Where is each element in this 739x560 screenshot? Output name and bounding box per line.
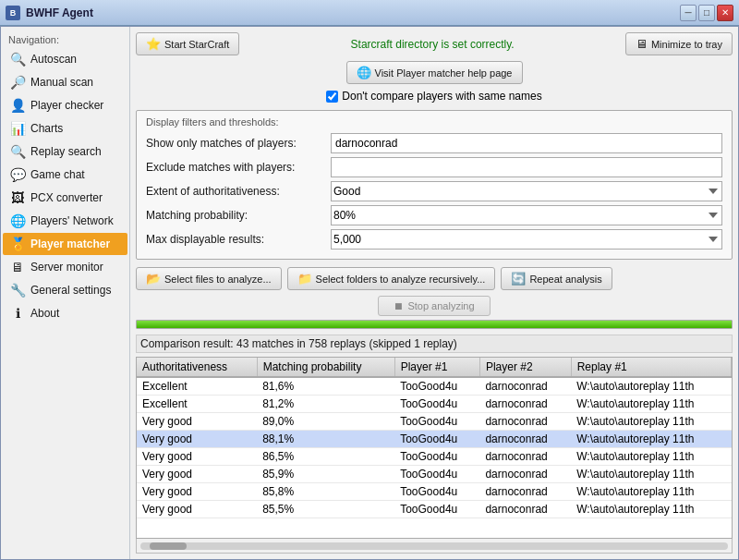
sidebar-item-manual-scan[interactable]: 🔎Manual scan [3,71,127,93]
cell-0-0: Excellent [137,377,257,396]
replay-search-icon: 🔍 [10,144,25,159]
sidebar-item-autoscan[interactable]: 🔍Autoscan [3,48,127,70]
sidebar-item-label: Players' Network [30,214,114,227]
sidebar-item-replay-search[interactable]: 🔍Replay search [3,140,127,163]
select-folders-button[interactable]: 📁 Select folders to analyze recursively.… [287,267,496,290]
hscroll-bar[interactable] [140,542,728,550]
cell-5-3: darnoconrad [479,466,571,483]
select-folders-label: Select folders to analyze recursively... [316,274,486,285]
cell-4-3: darnoconrad [479,448,571,466]
content-area: ⭐ Start StarCraft Starcraft directory is… [130,27,738,559]
cell-6-4: W:\auto\autoreplay 11th [571,483,731,501]
cell-2-1: 89,0% [257,413,394,431]
cell-6-0: Very good [137,483,257,501]
select-files-label: Select files to analyze... [164,274,272,285]
col-header-3: Player #2 [479,358,571,377]
visit-help-label: Visit Player matcher help page [375,67,513,79]
sidebar-item-label: Manual scan [30,76,93,89]
hscroll-row [136,539,733,554]
sidebar-item-general-settings[interactable]: 🔧General settings [3,279,127,301]
results-header: Comparison result: 43 matches in 758 rep… [136,335,733,353]
cell-6-3: darnoconrad [479,483,571,501]
sidebar-item-label: Server monitor [30,261,103,274]
filter-label-1: Exclude matches with players: [146,161,331,174]
general-settings-icon: 🔧 [10,283,25,298]
sidebar-item-player-checker[interactable]: 👤Player checker [3,94,127,116]
files-icon: 📂 [146,272,161,286]
start-starcraft-button[interactable]: ⭐ Start StarCraft [136,32,239,55]
tray-icon: 🖥 [636,37,648,51]
sidebar-item-label: Game chat [30,168,85,181]
status-text: Starcraft directory is set correctly. [351,38,515,51]
sidebar-item-label: General settings [30,284,111,297]
progress-bar-container [136,320,733,329]
cell-3-2: TooGood4u [394,431,479,448]
filter-select-2[interactable]: GoodExcellentVery good [331,181,722,201]
sidebar-item-game-chat[interactable]: 💬Game chat [3,164,127,186]
maximize-button[interactable]: □ [698,5,715,21]
table-row[interactable]: Very good85,8%TooGood4udarnoconradW:\aut… [137,483,732,501]
filter-input-0[interactable] [331,133,722,153]
select-files-button[interactable]: 📂 Select files to analyze... [136,267,282,290]
cell-0-3: darnoconrad [479,377,571,396]
table-row[interactable]: Very good86,5%TooGood4udarnoconradW:\aut… [137,448,732,466]
start-starcraft-label: Start StarCraft [164,39,229,50]
stop-analyzing-button: ⏹ Stop analyzing [378,296,490,316]
same-names-checkbox[interactable] [326,91,338,103]
game-chat-icon: 💬 [10,167,25,182]
autoscan-icon: 🔍 [10,52,25,67]
filters-title: Display filters and thresholds: [146,116,722,128]
filter-select-4[interactable]: 5,0001,00010,000 [331,229,722,250]
visit-help-button[interactable]: 🌐 Visit Player matcher help page [346,61,523,84]
action-buttons: 📂 Select files to analyze... 📁 Select fo… [136,267,733,290]
cell-1-1: 81,2% [257,396,394,413]
filter-label-0: Show only matches of players: [146,137,331,150]
help-icon: 🌐 [357,66,371,79]
sidebar-item-label: Player matcher [30,237,110,250]
filter-row-1: Exclude matches with players: [146,157,722,177]
sidebar-item-label: Autoscan [30,53,77,66]
cell-3-1: 88,1% [257,431,394,448]
minimize-tray-button[interactable]: 🖥 Minimize to tray [625,32,733,55]
sidebar-item-charts[interactable]: 📊Charts [3,117,127,140]
repeat-analysis-label: Repeat analysis [529,274,601,285]
cell-6-2: TooGood4u [394,483,479,501]
table-row[interactable]: Excellent81,6%TooGood4udarnoconradW:\aut… [137,377,732,396]
cell-5-4: W:\auto\autoreplay 11th [571,466,731,483]
filters-section: Display filters and thresholds: Show onl… [136,110,733,260]
col-header-2: Player #1 [394,358,479,377]
close-button[interactable]: ✕ [717,5,733,21]
results-table[interactable]: AuthoritativenessMatching probabilityPla… [136,357,733,539]
cell-1-4: W:\auto\autoreplay 11th [571,396,731,413]
filter-select-3[interactable]: 80%85%90% [331,205,722,225]
table-row[interactable]: Very good88,1%TooGood4udarnoconradW:\aut… [137,431,732,448]
sidebar-item-label: Replay search [30,145,102,158]
starcraft-icon: ⭐ [146,37,161,51]
sidebar-item-players-network[interactable]: 🌐Players' Network [3,210,127,232]
filter-input-1[interactable] [331,157,722,177]
stop-row: ⏹ Stop analyzing [136,296,733,316]
table-row[interactable]: Very good85,9%TooGood4udarnoconradW:\aut… [137,466,732,483]
sidebar-item-label: Charts [30,122,63,135]
server-monitor-icon: 🖥 [10,260,25,274]
sidebar-item-player-matcher[interactable]: 🏅Player matcher [3,233,127,255]
cell-5-2: TooGood4u [394,466,479,483]
app-icon: B [6,6,20,20]
table-row[interactable]: Very good85,5%TooGood4udarnoconradW:\aut… [137,501,732,518]
about-icon: ℹ [10,306,25,321]
cell-7-4: W:\auto\autoreplay 11th [571,501,731,518]
minimize-tray-label: Minimize to tray [651,39,722,50]
sidebar-item-about[interactable]: ℹAbout [3,302,127,324]
hscroll-thumb[interactable] [150,542,187,550]
cell-6-1: 85,8% [257,483,394,501]
table-row[interactable]: Excellent81,2%TooGood4udarnoconradW:\aut… [137,396,732,413]
repeat-analysis-button[interactable]: 🔄 Repeat analysis [501,267,612,290]
cell-5-1: 85,9% [257,466,394,483]
table-row[interactable]: Very good89,0%TooGood4udarnoconradW:\aut… [137,413,732,431]
sidebar-item-pcx-converter[interactable]: 🖼PCX converter [3,187,127,209]
cell-2-2: TooGood4u [394,413,479,431]
visit-help-row: 🌐 Visit Player matcher help page [136,61,733,84]
minimize-button[interactable]: ─ [680,5,697,21]
cell-5-0: Very good [137,466,257,483]
sidebar-item-server-monitor[interactable]: 🖥Server monitor [3,256,127,278]
